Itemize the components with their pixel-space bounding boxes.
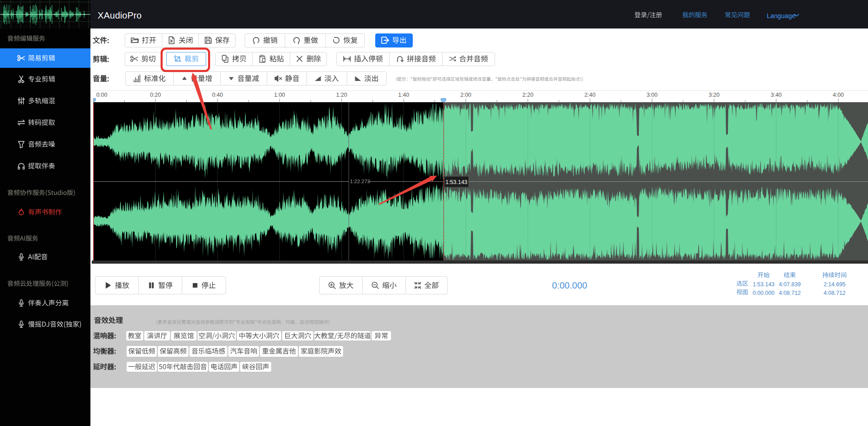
svg-text:1:40: 1:40	[398, 92, 409, 98]
svg-text:3:00: 3:00	[646, 92, 657, 98]
svg-text:3:20: 3:20	[708, 92, 719, 98]
svg-text:1:20: 1:20	[336, 92, 347, 98]
svg-text:2:40: 2:40	[585, 92, 595, 98]
svg-text:0:20: 0:20	[150, 92, 161, 98]
svg-text:1:00: 1:00	[274, 92, 285, 98]
svg-text:0:00: 0:00	[96, 92, 107, 98]
svg-text:1:53.143: 1:53.143	[445, 179, 467, 185]
svg-text:4:00: 4:00	[833, 92, 844, 98]
svg-text:2:00: 2:00	[460, 92, 471, 98]
svg-text:2:20: 2:20	[523, 92, 533, 98]
svg-text:0:40: 0:40	[212, 92, 223, 98]
svg-text:1:22.273: 1:22.273	[350, 179, 370, 184]
svg-text:3:40: 3:40	[771, 92, 782, 98]
